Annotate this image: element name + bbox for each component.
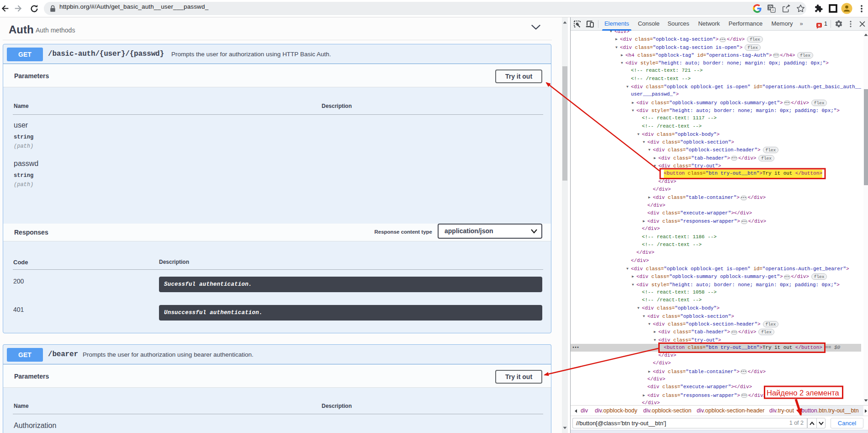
svg-text:A: A — [772, 8, 774, 12]
